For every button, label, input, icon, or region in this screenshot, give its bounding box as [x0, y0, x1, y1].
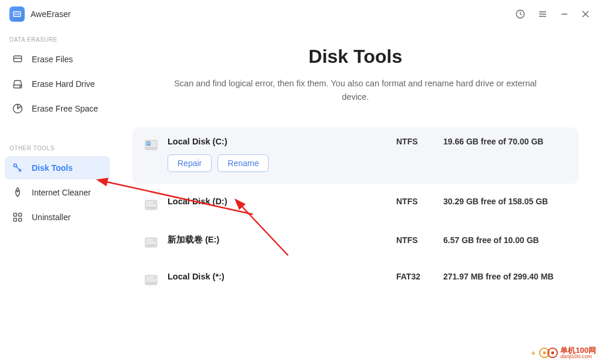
disk-free-space: 6.57 GB free of 10.00 GB — [443, 235, 567, 245]
sidebar: DATA ERASURE Erase Files Erase Hard Driv… — [0, 28, 115, 364]
svg-point-3 — [20, 86, 21, 87]
history-icon[interactable] — [515, 9, 526, 19]
disk-name: Local Disk (D:) — [168, 197, 396, 206]
page-title: Disk Tools — [132, 46, 578, 68]
sidebar-item-erase-hard-drive[interactable]: Erase Hard Drive — [5, 72, 110, 96]
repair-button[interactable]: Repair — [168, 154, 212, 172]
svg-point-17 — [154, 202, 155, 203]
sidebar-item-label: Erase Files — [32, 55, 73, 64]
disk-free-space: 19.66 GB free of 70.00 GB — [443, 137, 567, 146]
svg-point-23 — [154, 277, 155, 278]
disk-free-space: 271.97 MB free of 299.40 MB — [443, 272, 567, 281]
disk-name: 新加载卷 (E:) — [168, 234, 396, 245]
disk-filesystem: NTFS — [396, 197, 443, 206]
disk-icon — [144, 273, 158, 287]
sidebar-item-label: Uninstaller — [32, 213, 71, 222]
disk-icon — [144, 235, 158, 250]
sidebar-item-label: Erase Free Space — [32, 104, 98, 113]
svg-rect-14 — [146, 147, 156, 149]
svg-rect-19 — [146, 245, 156, 246]
svg-rect-13 — [146, 141, 150, 146]
drive-icon — [12, 78, 24, 90]
watermark: + 单机100网 danji100.com — [539, 346, 596, 359]
disk-free-space: 30.29 GB free of 158.05 GB — [443, 197, 567, 206]
disk-row[interactable]: Local Disk (*:) FAT32 271.97 MB free of … — [132, 262, 578, 296]
disk-row[interactable]: Local Disk (C:) NTFS 19.66 GB free of 70… — [132, 127, 578, 184]
minimize-button[interactable] — [560, 10, 569, 18]
disk-row[interactable]: 新加载卷 (E:) NTFS 6.57 GB free of 10.00 GB — [132, 225, 578, 259]
tools-icon — [12, 162, 24, 174]
menu-icon[interactable] — [537, 9, 548, 19]
rocket-icon — [12, 187, 24, 198]
disk-filesystem: NTFS — [396, 137, 443, 146]
svg-point-20 — [154, 240, 155, 241]
pie-icon — [12, 103, 24, 114]
sidebar-item-label: Internet Cleaner — [32, 188, 91, 197]
file-icon — [12, 53, 24, 65]
disk-name: Local Disk (*:) — [168, 272, 396, 281]
app-logo — [9, 6, 25, 22]
svg-point-6 — [19, 170, 21, 171]
grid-icon — [12, 211, 24, 223]
disk-row[interactable]: Local Disk (D:) NTFS 30.29 GB free of 15… — [132, 187, 578, 221]
sidebar-section-label: OTHER TOOLS — [5, 137, 110, 155]
svg-rect-8 — [14, 213, 16, 216]
svg-rect-10 — [14, 218, 16, 221]
sidebar-item-label: Erase Hard Drive — [32, 79, 95, 89]
disk-filesystem: FAT32 — [396, 272, 443, 281]
svg-rect-22 — [146, 282, 156, 284]
watermark-url: danji100.com — [560, 354, 596, 359]
sidebar-item-erase-files[interactable]: Erase Files — [5, 48, 110, 71]
sidebar-item-internet-cleaner[interactable]: Internet Cleaner — [5, 181, 110, 204]
rename-button[interactable]: Rename — [218, 154, 269, 172]
svg-rect-9 — [19, 213, 22, 216]
svg-rect-2 — [14, 56, 21, 62]
disk-icon — [144, 138, 158, 152]
svg-rect-11 — [19, 218, 22, 221]
sidebar-item-label: Disk Tools — [32, 163, 73, 173]
sidebar-item-uninstaller[interactable]: Uninstaller — [5, 205, 110, 229]
sidebar-item-erase-free-space[interactable]: Erase Free Space — [5, 97, 110, 120]
svg-rect-16 — [146, 207, 156, 208]
disk-filesystem: NTFS — [396, 235, 443, 245]
close-button[interactable] — [581, 10, 590, 18]
page-subtitle: Scan and find logical error, then fix th… — [168, 77, 544, 104]
disk-name: Local Disk (C:) — [168, 137, 396, 146]
disk-icon — [144, 198, 158, 212]
app-title: AweEraser — [31, 9, 71, 19]
sidebar-item-disk-tools[interactable]: Disk Tools — [5, 156, 110, 180]
sidebar-section-label: DATA ERASURE — [5, 28, 110, 46]
svg-point-7 — [17, 190, 19, 192]
